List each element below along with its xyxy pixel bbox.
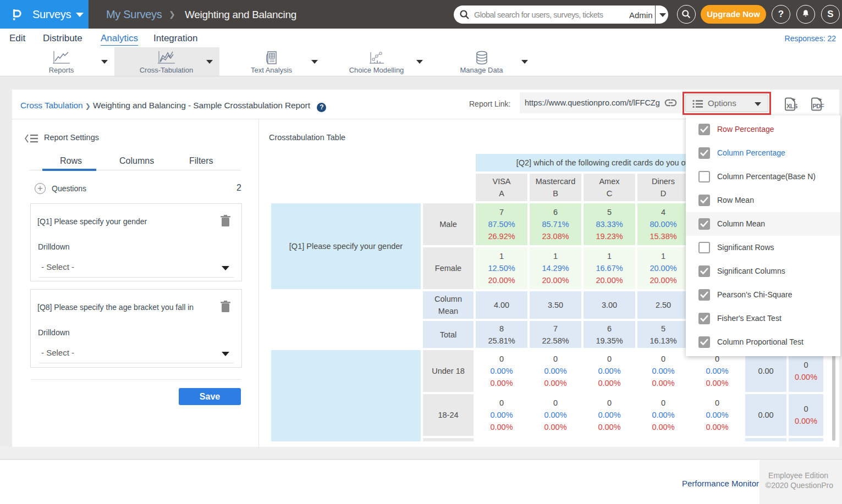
svg-text:PDF: PDF (813, 103, 824, 109)
svg-text:XLS: XLS (786, 103, 797, 109)
